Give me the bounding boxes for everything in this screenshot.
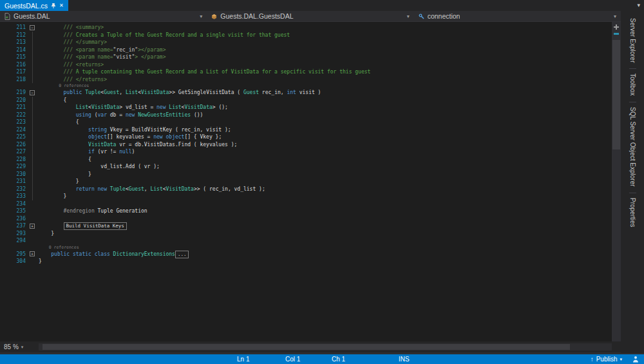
- side-tab-properties[interactable]: Properties: [629, 193, 636, 232]
- fold-margin: [26, 133, 39, 141]
- fold-margin: [26, 156, 39, 164]
- chevron-down-icon: ▾: [620, 354, 622, 364]
- code-text: /// </summary>: [39, 39, 107, 46]
- line-number: 221: [0, 104, 26, 111]
- chevron-down-icon: ▾: [21, 345, 24, 350]
- line-number: 225: [0, 133, 26, 141]
- code-text: vd_list.Add ( vr );: [39, 163, 160, 171]
- code-row[interactable]: 224 string Vkey = BuildVisitKey ( rec_in…: [0, 126, 612, 134]
- fold-margin: [26, 141, 39, 149]
- code-row[interactable]: 215 /// <param name="visit"> </param>: [0, 53, 612, 61]
- code-row[interactable]: 229 vd_list.Add ( vr );: [0, 163, 612, 171]
- member-dropdown-label: connection: [428, 12, 460, 20]
- class-icon: [211, 14, 217, 19]
- project-dropdown[interactable]: # Guests.DAL ▾: [0, 11, 207, 21]
- close-icon[interactable]: ✕: [59, 3, 64, 8]
- code-row[interactable]: 214 /// <param name="rec_in"></param>: [0, 46, 612, 54]
- code-row[interactable]: 222 using (var db = new NewGuestsEntitie…: [0, 111, 612, 119]
- code-text: /// <param name="rec_in"></param>: [39, 46, 166, 54]
- line-number: 223: [0, 119, 26, 126]
- code-text: }: [39, 258, 42, 265]
- zoom-value: 85 %: [4, 343, 19, 350]
- vertical-scrollbar[interactable]: [612, 22, 621, 341]
- fold-margin: [26, 119, 39, 126]
- horizontal-scrollbar-thumb[interactable]: [43, 344, 570, 350]
- code-row[interactable]: 232 return new Tuple<Guest, List<VisitDa…: [0, 186, 612, 193]
- side-tab-server-explorer[interactable]: Server Explorer: [629, 14, 636, 67]
- line-number: [0, 83, 26, 89]
- horizontal-scrollbar[interactable]: [39, 343, 612, 350]
- code-text: string Vkey = BuildVisitKey ( rec_in, vi…: [39, 126, 231, 134]
- line-number: 294: [0, 237, 26, 245]
- code-row[interactable]: 220 {: [0, 97, 612, 104]
- codelens-row[interactable]: 0 references: [0, 245, 612, 251]
- fold-margin: [26, 178, 39, 186]
- code-row[interactable]: 237+ Build VisitData Keys: [0, 222, 612, 230]
- fold-margin: [26, 186, 39, 193]
- code-row[interactable]: 231 }: [0, 178, 612, 186]
- code-row[interactable]: 233 }: [0, 193, 612, 200]
- code-row[interactable]: 236: [0, 215, 612, 223]
- codelens-references[interactable]: 0 references: [39, 83, 89, 89]
- code-row[interactable]: 230 }: [0, 171, 612, 178]
- code-editor[interactable]: 211− /// <summary>212 /// Creates a Tupl…: [0, 22, 612, 341]
- code-row[interactable]: 293 }: [0, 230, 612, 238]
- code-text: {: [39, 119, 79, 126]
- code-row[interactable]: 304}: [0, 258, 612, 265]
- side-tab-sql-server-object-explorer[interactable]: SQL Server Object Explorer: [629, 102, 636, 191]
- code-row[interactable]: 219− public Tuple<Guest, List<VisitData>…: [0, 89, 612, 97]
- code-row[interactable]: 225 object[] keyvalues = new object[] { …: [0, 133, 612, 141]
- code-text: using (var db = new NewGuestsEntities ()…: [39, 111, 203, 119]
- code-row[interactable]: 216 /// <returns>: [0, 61, 612, 69]
- code-row[interactable]: 218 /// </returns>: [0, 76, 612, 84]
- code-row[interactable]: 294: [0, 237, 612, 245]
- member-dropdown[interactable]: connection ▾: [414, 11, 621, 21]
- code-row[interactable]: 226 VisitData vr = db.VisitDatas.Find ( …: [0, 141, 612, 149]
- code-row[interactable]: 234: [0, 200, 612, 208]
- fold-margin: [26, 148, 39, 156]
- code-row[interactable]: 235 #endregion Tuple Generation: [0, 207, 612, 215]
- line-number: 218: [0, 76, 26, 84]
- pin-icon[interactable]: [51, 3, 56, 8]
- document-well-chevron-icon[interactable]: ▾: [637, 2, 640, 8]
- code-text: {: [39, 156, 91, 164]
- fold-expand-icon[interactable]: +: [26, 251, 39, 258]
- status-bar: Ln 1 Col 1 Ch 1 INS ↑ Publish ▾: [0, 354, 644, 364]
- zoom-control[interactable]: 85 % ▾: [0, 343, 39, 350]
- code-text: /// Creates a Tuple of the Guest Record …: [39, 32, 290, 39]
- fold-margin: [26, 245, 39, 251]
- codelens-row[interactable]: 0 references: [0, 83, 612, 89]
- code-row[interactable]: 213 /// </summary>: [0, 39, 612, 46]
- tab-label: GuestsDAL.cs: [5, 2, 48, 10]
- scrollbar-annotation: [614, 33, 619, 35]
- code-text: /// A tuple containing the Guest Record …: [39, 68, 370, 76]
- feedback-icon[interactable]: [632, 356, 639, 364]
- tab-guestsdal-cs[interactable]: GuestsDAL.cs ✕: [0, 0, 68, 11]
- code-row[interactable]: 295+ public static class DictionaryExten…: [0, 251, 612, 258]
- code-row[interactable]: 223 {: [0, 119, 612, 126]
- codelens-references[interactable]: 0 references: [39, 245, 79, 251]
- line-number: 236: [0, 215, 26, 223]
- code-row[interactable]: 217 /// A tuple containing the Guest Rec…: [0, 68, 612, 76]
- fold-expand-icon[interactable]: +: [26, 222, 39, 230]
- vs-editor-window: GuestsDAL.cs ✕ ▾ # Guests.DAL ▾ Guests.D…: [0, 0, 644, 364]
- code-row[interactable]: 221 List<VisitData> vd_list = new List<V…: [0, 104, 612, 111]
- code-row[interactable]: 228 {: [0, 156, 612, 164]
- code-row[interactable]: 212 /// Creates a Tuple of the Guest Rec…: [0, 32, 612, 39]
- code-row[interactable]: 211− /// <summary>: [0, 24, 612, 32]
- line-number: 219: [0, 89, 26, 97]
- publish-button[interactable]: ↑ Publish ▾: [591, 354, 622, 364]
- type-dropdown-label: Guests.DAL.GuestsDAL: [220, 12, 293, 20]
- line-number: 213: [0, 39, 26, 46]
- vertical-scrollbar-thumb[interactable]: [612, 40, 620, 149]
- side-tab-toolbox[interactable]: Toolbox: [629, 68, 636, 100]
- fold-margin: [26, 83, 39, 89]
- code-row[interactable]: 227 if (vr != null): [0, 148, 612, 156]
- fold-margin: [26, 171, 39, 178]
- status-insert-mode: INS: [399, 354, 410, 364]
- field-icon: [419, 14, 424, 19]
- fold-collapse-icon[interactable]: −: [26, 89, 39, 97]
- fold-collapse-icon[interactable]: −: [26, 24, 39, 32]
- fold-margin: [26, 32, 39, 39]
- type-dropdown[interactable]: Guests.DAL.GuestsDAL ▾: [207, 11, 413, 21]
